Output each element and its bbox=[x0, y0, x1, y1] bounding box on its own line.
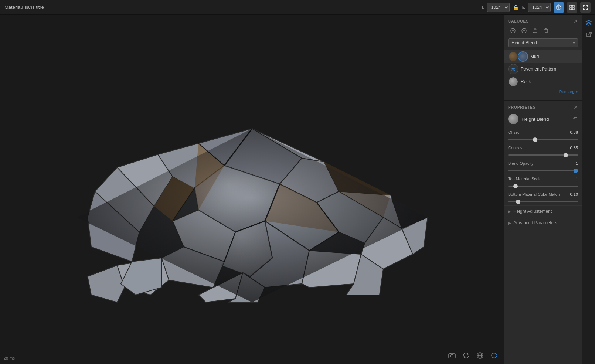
viewport-canvas[interactable] bbox=[0, 15, 504, 364]
blend-opacity-property: Blend Opacity 1 bbox=[504, 159, 582, 174]
properties-close-button[interactable]: ✕ bbox=[574, 104, 578, 110]
add-layer-button[interactable] bbox=[508, 26, 518, 35]
contrast-header: Contrast 0.85 bbox=[508, 146, 578, 150]
globe-button[interactable] bbox=[475, 350, 486, 361]
width-label: l: bbox=[482, 5, 484, 10]
calques-close-button[interactable]: ✕ bbox=[574, 18, 578, 24]
mud-selected-thumbnail bbox=[518, 52, 528, 62]
calques-toolbar bbox=[504, 26, 582, 38]
mud-thumbnail bbox=[509, 52, 518, 61]
export-toolbar-button[interactable] bbox=[584, 30, 594, 40]
circle-icon bbox=[510, 28, 516, 34]
rotate-button[interactable] bbox=[460, 350, 472, 361]
upload-icon bbox=[532, 28, 538, 34]
bottom-material-color-match-header: Bottom Material Color Match 0.10 bbox=[508, 192, 578, 197]
bottom-material-color-match-property: Bottom Material Color Match 0.10 bbox=[504, 190, 582, 205]
stone-preview-svg bbox=[58, 73, 446, 332]
top-material-scale-slider[interactable] bbox=[508, 186, 578, 187]
camera-button[interactable] bbox=[446, 350, 458, 361]
top-material-scale-property: Top Material Scale 1 bbox=[504, 174, 582, 190]
properties-section: PROPRIÉTÉS ✕ Height Blend Offset 0.3 bbox=[504, 100, 582, 364]
prop-blend-thumb bbox=[508, 114, 518, 124]
contrast-value: 0.85 bbox=[570, 146, 578, 150]
advanced-parameters-label: Advanced Parameters bbox=[513, 220, 557, 225]
layer-name-rock: Rock bbox=[521, 79, 578, 84]
top-material-scale-header: Top Material Scale 1 bbox=[508, 177, 578, 181]
height-label: h: bbox=[522, 5, 525, 10]
far-right-toolbar bbox=[582, 15, 595, 364]
height-adjustment-label: Height Adjustement bbox=[513, 209, 552, 214]
circle-minus-icon bbox=[521, 28, 527, 34]
properties-header: PROPRIÉTÉS ✕ bbox=[504, 100, 582, 112]
layer-name-mud: Mud bbox=[530, 54, 578, 59]
expand-icon bbox=[582, 4, 588, 10]
width-select[interactable]: 1024 512 2048 bbox=[487, 3, 510, 12]
svg-rect-1 bbox=[572, 5, 574, 7]
offset-property: Offset 0.38 bbox=[504, 128, 582, 143]
svg-rect-0 bbox=[570, 5, 572, 7]
svg-point-46 bbox=[451, 355, 453, 357]
viewport-bottom-controls bbox=[446, 350, 500, 361]
layer-thumb-rock bbox=[508, 76, 518, 87]
height-adjustment-section: ▶ Height Adjustement bbox=[504, 205, 582, 217]
contrast-label: Contrast bbox=[508, 146, 524, 150]
rock-thumbnail bbox=[509, 77, 518, 86]
blend-opacity-label: Blend Opacity bbox=[508, 161, 533, 166]
cube-view-button[interactable] bbox=[554, 2, 564, 13]
globe-icon bbox=[476, 352, 484, 359]
prop-blend-header: Height Blend bbox=[504, 112, 582, 128]
bottom-material-color-match-value: 0.10 bbox=[570, 192, 578, 197]
layers-toolbar-button[interactable] bbox=[584, 18, 594, 28]
fx-text: fx bbox=[511, 67, 515, 71]
prop-reset-button[interactable] bbox=[573, 116, 578, 122]
height-adjustment-arrow: ▶ bbox=[508, 210, 511, 214]
delete-layer-button[interactable] bbox=[541, 26, 551, 35]
offset-header: Offset 0.38 bbox=[508, 130, 578, 135]
blend-mode-select[interactable]: Height Blend Normal Multiply bbox=[508, 38, 578, 47]
refresh-icon bbox=[490, 352, 498, 359]
bottom-material-color-match-slider[interactable] bbox=[508, 201, 578, 202]
layer-name-pavement: Pavement Pattern bbox=[521, 67, 578, 72]
refresh-button[interactable] bbox=[489, 350, 500, 361]
app-title: Matériau sans titre bbox=[4, 4, 478, 10]
layer-thumb-mud bbox=[508, 51, 518, 62]
bottom-material-color-match-label: Bottom Material Color Match bbox=[508, 192, 560, 197]
layer-thumb-pavement: fx bbox=[508, 64, 518, 74]
share-icon bbox=[585, 31, 592, 38]
top-material-scale-label: Top Material Scale bbox=[508, 177, 542, 181]
advanced-parameters-arrow: ▶ bbox=[508, 221, 511, 225]
calques-title: CALQUES bbox=[508, 19, 529, 23]
contrast-property: Contrast 0.85 bbox=[504, 143, 582, 159]
height-adjustment-header[interactable]: ▶ Height Adjustement bbox=[508, 209, 578, 214]
layer-item-pavement[interactable]: fx Pavement Pattern bbox=[504, 63, 582, 75]
rotate-icon bbox=[462, 352, 470, 359]
offset-slider[interactable] bbox=[508, 139, 578, 140]
blend-opacity-header: Blend Opacity 1 bbox=[508, 161, 578, 166]
remove-layer-button[interactable] bbox=[519, 26, 529, 35]
grid-view-button[interactable] bbox=[567, 2, 577, 13]
export-layer-button[interactable] bbox=[530, 26, 540, 35]
topbar: Matériau sans titre l: 1024 512 2048 🔒 h… bbox=[0, 0, 595, 15]
lock-icon[interactable]: 🔒 bbox=[513, 4, 519, 10]
viewport: 28 ms bbox=[0, 15, 504, 364]
top-material-scale-value: 1 bbox=[576, 177, 578, 181]
calques-header: CALQUES ✕ bbox=[504, 15, 582, 26]
contrast-slider[interactable] bbox=[508, 154, 578, 156]
cube-icon bbox=[556, 4, 562, 10]
expand-view-button[interactable] bbox=[580, 2, 591, 13]
grid-icon bbox=[569, 4, 575, 10]
reset-icon bbox=[573, 116, 578, 121]
layer-item-rock[interactable]: Rock bbox=[504, 75, 582, 88]
advanced-parameters-section: ▶ Advanced Parameters bbox=[504, 217, 582, 228]
prop-blend-name: Height Blend bbox=[521, 116, 570, 122]
svg-rect-3 bbox=[572, 8, 574, 10]
blend-mode-wrapper: Height Blend Normal Multiply bbox=[508, 38, 578, 47]
layer-item-mud[interactable]: Mud bbox=[504, 50, 582, 63]
offset-value: 0.38 bbox=[570, 130, 578, 135]
blend-opacity-slider[interactable] bbox=[508, 170, 578, 171]
blend-opacity-value: 1 bbox=[576, 161, 578, 166]
height-select[interactable]: 1024 512 2048 bbox=[528, 3, 551, 12]
recharger-button[interactable]: Recharger bbox=[504, 88, 582, 97]
advanced-parameters-header[interactable]: ▶ Advanced Parameters bbox=[508, 220, 578, 225]
layers-icon bbox=[585, 20, 592, 26]
